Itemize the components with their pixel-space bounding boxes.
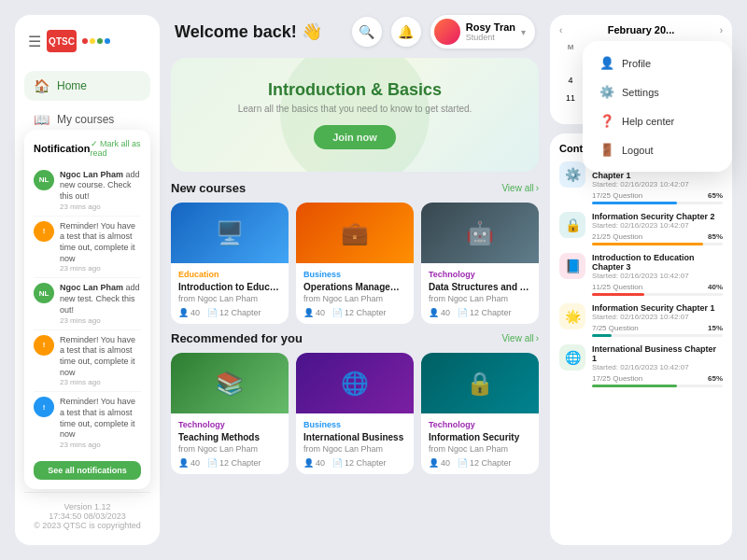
chevron-down-icon: ▾ [521, 27, 526, 37]
header-actions: 🔍 🔔 Rosy Tran Student ▾ [352, 15, 535, 49]
page-title: Welcome back! 👋 [175, 21, 322, 42]
header: Welcome back! 👋 🔍 🔔 Rosy Tran Student ▾ [171, 15, 539, 49]
recommended-grid: 📚 Technology Teaching Methods from Ngoc … [171, 353, 539, 474]
test-item-4[interactable]: 🌟 Information Security Chapter 1 Started… [559, 303, 723, 337]
calendar-next-button[interactable]: › [720, 25, 723, 35]
progress-bar-2 [592, 243, 723, 245]
dropdown-help-label: Help center [622, 116, 674, 127]
notification-item-4: ! Reminder! You have a test that is almo… [34, 330, 141, 393]
sidebar: ☰ QTSC 🏠 Home 📖 My courses 📋 Tests 11 🕐 … [15, 15, 160, 545]
course-meta-1: 👤 40 📄 12 Chapter [178, 308, 281, 317]
meta-chapters-2: 📄 12 Chapter [332, 308, 387, 317]
user-menu-button[interactable]: Rosy Tran Student ▾ [430, 15, 535, 49]
notification-item-1: NL Ngoc Lan Pham add new course. Check t… [34, 165, 141, 217]
dot-green [97, 38, 103, 44]
course-info-1: Education Introduction to Educati... fro… [171, 263, 289, 324]
course-author-6: from Ngoc Lan Pham [429, 444, 531, 454]
course-card-1[interactable]: 🖥️ Education Introduction to Educati... … [171, 203, 289, 324]
meta-students-5: 👤 40 [303, 458, 325, 468]
dropdown-settings[interactable]: ⚙️ Settings [590, 77, 725, 106]
main-content: Welcome back! 👋 🔍 🔔 Rosy Tran Student ▾ … [171, 15, 539, 545]
mark-all-read-button[interactable]: ✓ Mark all as read [91, 139, 142, 158]
course-category-1: Education [178, 270, 281, 279]
progress-fill-5 [592, 385, 677, 387]
course-author-5: from Ngoc Lan Pham [303, 444, 406, 454]
recommended-title: Recommended for you [171, 331, 303, 345]
test-questions-2: 21/25 Question [592, 232, 642, 241]
calendar-prev-button[interactable]: ‹ [559, 25, 562, 35]
test-questions-1: 17/25 Question [592, 191, 642, 200]
notif-avatar-4: ! [34, 335, 54, 356]
courses-scroll-area: New courses View all › 🖥️ Education Intr… [171, 181, 539, 545]
progress-bar-4 [592, 334, 723, 337]
cal-day-4[interactable]: 4 [562, 72, 579, 89]
notification-item-2: ! Reminder! You have a test that is almo… [34, 217, 141, 279]
course-card-6[interactable]: 🔒 Technology Information Security from N… [421, 353, 539, 474]
user-name: Rosy Tran [466, 21, 515, 33]
course-meta-3: 👤 40 📄 12 Chapter [429, 308, 531, 317]
notif-text-5: Reminder! You have a test that is almost… [60, 397, 141, 441]
dot-blue [105, 38, 110, 44]
see-all-notifications-button[interactable]: See all notifications [34, 461, 141, 480]
meta-chapters-1: 📄 12 Chapter [207, 308, 261, 317]
notif-content-5: Reminder! You have a test that is almost… [60, 397, 141, 449]
meta-chapters-3: 📄 12 Chapter [458, 308, 512, 317]
recommended-view-all[interactable]: View all › [501, 333, 539, 343]
test-details-4: Information Security Chapter 1 Started: … [592, 303, 723, 337]
notification-button[interactable]: 🔔 [391, 17, 421, 47]
course-thumb-4: 📚 [171, 353, 289, 413]
test-date-1: Started: 02/16/2023 10:42:07 [592, 180, 723, 189]
user-role: Student [466, 33, 515, 42]
continue-testing-card: Continue testing ⚙️ Introduction to Educ… [550, 133, 732, 545]
meta-students-2: 👤 40 [303, 308, 325, 317]
course-card-5[interactable]: 🌐 Business International Business from N… [296, 353, 414, 474]
course-meta-2: 👤 40 📄 12 Chapter [303, 308, 406, 317]
test-item-3[interactable]: 📘 Introduction to Education Chapter 3 St… [559, 253, 723, 296]
progress-fill-1 [592, 202, 677, 204]
course-thumb-2: 💼 [296, 203, 414, 263]
progress-fill-4 [592, 334, 612, 337]
cal-day-11[interactable]: 11 [562, 90, 579, 106]
test-name-3: Introduction to Education Chapter 3 [592, 253, 723, 272]
course-card-4[interactable]: 📚 Technology Teaching Methods from Ngoc … [171, 353, 289, 474]
dropdown-logout[interactable]: 🚪 Logout [590, 135, 725, 164]
new-courses-title: New courses [171, 181, 246, 195]
test-item-2[interactable]: 🔒 Information Security Chapter 2 Started… [559, 212, 723, 245]
hero-title: Introduction & Basics [190, 80, 520, 100]
course-info-2: Business Operations Management from Ngoc… [296, 263, 414, 324]
course-author-3: from Ngoc Lan Pham [429, 294, 531, 303]
course-author-4: from Ngoc Lan Pham [178, 444, 281, 454]
test-progress-row-4: 7/25 Question 15% [592, 324, 723, 332]
notif-avatar-3: NL [34, 283, 54, 303]
test-name-2: Information Security Chapter 2 [592, 212, 723, 221]
course-name-2: Operations Management [303, 282, 406, 292]
test-date-2: Started: 02/16/2023 10:42:07 [592, 221, 723, 230]
course-name-4: Teaching Methods [178, 432, 281, 442]
test-progress-row-2: 21/25 Question 85% [592, 232, 723, 241]
sidebar-footer: Version 1.12 17:34:50 08/03/2023 © 2023 … [24, 492, 150, 530]
course-card-3[interactable]: 🤖 Technology Data Structures and AI... f… [421, 203, 539, 324]
calendar-header: ‹ February 20... › [559, 24, 723, 35]
course-category-5: Business [303, 420, 406, 429]
test-progress-row-3: 11/25 Question 40% [592, 283, 723, 291]
new-courses-view-all[interactable]: View all › [501, 183, 539, 193]
course-card-2[interactable]: 💼 Business Operations Management from Ng… [296, 203, 414, 324]
course-meta-5: 👤 40 📄 12 Chapter [303, 458, 406, 468]
settings-icon: ⚙️ [599, 85, 614, 99]
course-info-5: Business International Business from Ngo… [296, 413, 414, 474]
dropdown-help[interactable]: ❓ Help center [590, 106, 725, 135]
sidebar-item-home[interactable]: 🏠 Home [24, 71, 150, 101]
progress-bar-5 [592, 385, 723, 387]
profile-icon: 👤 [599, 56, 614, 70]
calendar-month: February 20... [608, 24, 675, 35]
new-courses-grid: 🖥️ Education Introduction to Educati... … [171, 203, 539, 324]
cal-header-m: M [559, 41, 582, 53]
hamburger-icon[interactable]: ☰ [28, 33, 41, 50]
join-now-button[interactable]: Join now [314, 125, 396, 149]
dropdown-profile[interactable]: 👤 Profile [590, 49, 725, 77]
notif-content-2: Reminder! You have a test that is almost… [60, 221, 141, 273]
test-details-5: International Business Chapter 1 Started… [592, 344, 723, 387]
search-button[interactable]: 🔍 [352, 17, 382, 47]
test-questions-4: 7/25 Question [592, 324, 639, 332]
test-item-5[interactable]: 🌐 International Business Chapter 1 Start… [559, 344, 723, 387]
